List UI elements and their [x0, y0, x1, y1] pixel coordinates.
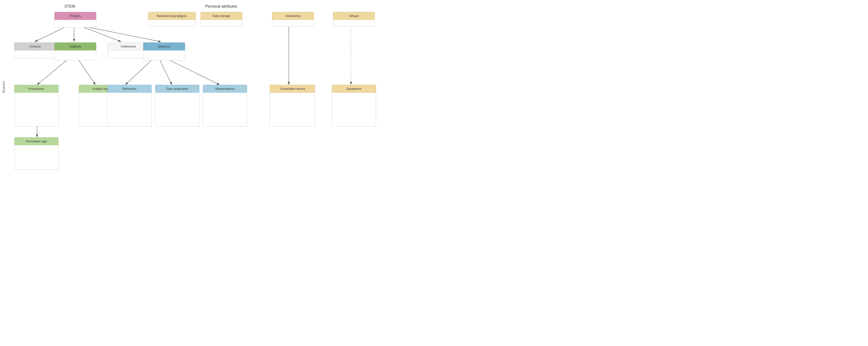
- data-storage-header: Data storage: [200, 12, 242, 20]
- sessions-header: Sessions: [143, 42, 185, 51]
- consumable-stocks-body: [270, 93, 315, 127]
- behaviors-node[interactable]: Behaviors: [107, 85, 152, 127]
- svg-line-8: [160, 60, 172, 85]
- data-acquisition-header: Data acquisition: [155, 85, 199, 93]
- stem-label: STEM: [64, 4, 75, 9]
- projects-body: [55, 20, 96, 28]
- data-storage-node[interactable]: Data storage: [200, 12, 242, 26]
- procedures-node[interactable]: Procedures: [14, 85, 59, 127]
- inventories-body: [272, 20, 314, 26]
- equipment-header: Equipment: [332, 85, 376, 93]
- procedure-logs-header: Procedure logs: [14, 137, 59, 145]
- svg-line-5: [37, 60, 67, 85]
- manipulations-header: Manipulations: [203, 85, 247, 93]
- sessions-node[interactable]: Sessions: [143, 42, 185, 60]
- behaviors-body: [107, 93, 152, 127]
- subjects-body: [55, 51, 96, 60]
- data-acquisition-body: [155, 93, 199, 127]
- sessions-body: [143, 51, 185, 60]
- svg-line-6: [79, 60, 95, 85]
- inventories-header: Inventories: [272, 12, 314, 20]
- collections-node[interactable]: Collections: [107, 42, 149, 58]
- procedure-logs-body: [14, 145, 59, 169]
- projects-header: Projects: [55, 12, 96, 20]
- modules-label: Modules: [2, 81, 5, 93]
- subjects-node[interactable]: Subjects: [55, 42, 96, 60]
- svg-line-7: [125, 60, 152, 85]
- behaviors-header: Behaviors: [107, 85, 152, 93]
- behavioral-paradigms-header: Behavioral paradigms: [148, 12, 196, 20]
- procedures-body: [14, 93, 59, 127]
- cohorts-body: [14, 51, 56, 58]
- inventories-node[interactable]: Inventories: [272, 12, 314, 26]
- equipment-body: [332, 93, 376, 127]
- procedures-header: Procedures: [14, 85, 59, 93]
- consumable-stocks-header: Cosumable stocks: [270, 85, 315, 93]
- equipment-node[interactable]: Equipment: [332, 85, 376, 127]
- svg-line-9: [169, 60, 220, 85]
- diagram-container: STEM Personal attributes Modules Project…: [0, 0, 434, 173]
- svg-line-1: [35, 26, 67, 42]
- personal-attributes-label: Personal attributes: [205, 4, 237, 9]
- collections-body: [107, 51, 149, 58]
- manipulations-node[interactable]: Manipulations: [203, 85, 247, 127]
- subjects-header: Subjects: [55, 42, 96, 51]
- behavioral-paradigms-body: [148, 20, 196, 26]
- svg-line-4: [84, 26, 161, 42]
- projects-node[interactable]: Projects: [55, 12, 96, 28]
- setups-body: [333, 20, 375, 26]
- consumable-stocks-node[interactable]: Cosumable stocks: [270, 85, 315, 127]
- behavioral-paradigms-node[interactable]: Behavioral paradigms: [148, 12, 196, 26]
- collections-header: Collections: [107, 42, 149, 51]
- setups-header: Setups: [333, 12, 375, 20]
- setups-node[interactable]: Setups: [333, 12, 375, 26]
- procedure-logs-node[interactable]: Procedure logs: [14, 137, 59, 169]
- cohorts-node[interactable]: Cohorts: [14, 42, 56, 58]
- manipulations-body: [203, 93, 247, 127]
- data-acquisition-node[interactable]: Data acquisition: [155, 85, 199, 127]
- svg-line-3: [81, 26, 121, 42]
- cohorts-header: Cohorts: [14, 42, 56, 51]
- data-storage-body: [200, 20, 242, 26]
